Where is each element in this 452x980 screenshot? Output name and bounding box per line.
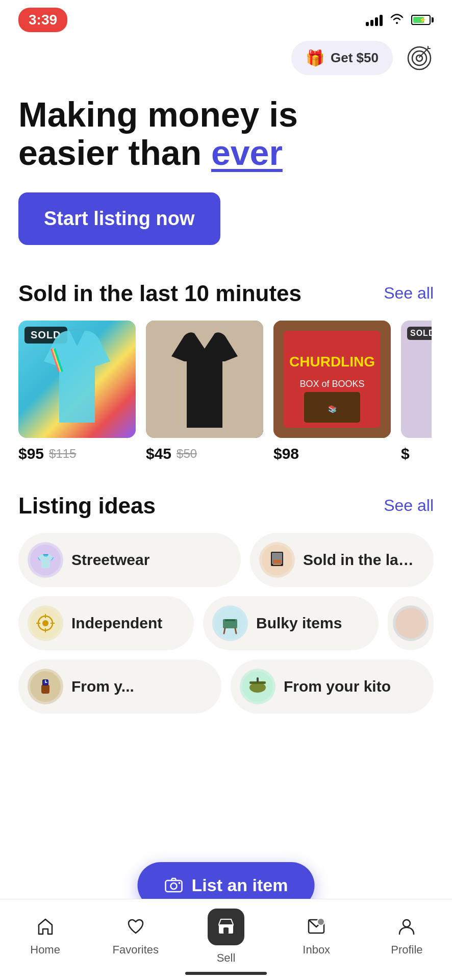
watch-icon bbox=[28, 669, 63, 704]
products-row: SOLD $95 $115 SOLD bbox=[18, 321, 434, 462]
nav-favorites-label: Favorites bbox=[113, 943, 159, 957]
battery-icon: ⚡ bbox=[411, 15, 434, 25]
hero-section: Making money is easier than ever Start l… bbox=[0, 85, 452, 265]
hero-highlight: ever bbox=[211, 133, 283, 172]
svg-point-50 bbox=[403, 920, 410, 927]
ideas-row-3: From y... From your kito bbox=[18, 659, 434, 714]
price-original: $50 bbox=[177, 447, 197, 461]
nav-profile-label: Profile bbox=[391, 943, 422, 957]
idea-pill-streetwear[interactable]: 👕 Streetwear bbox=[18, 533, 241, 587]
product-card-partial[interactable]: SOLD $ bbox=[401, 321, 432, 462]
svg-point-49 bbox=[317, 918, 324, 925]
svg-point-44 bbox=[171, 883, 177, 889]
idea-pill-sold10min[interactable]: Sold in the last 10 mi bbox=[250, 533, 434, 587]
sold-section-title: Sold in the last 10 minutes bbox=[18, 281, 302, 306]
price-current: $95 bbox=[18, 445, 44, 462]
camera-icon bbox=[164, 876, 184, 895]
store-icon bbox=[217, 917, 235, 937]
svg-point-22 bbox=[42, 620, 48, 626]
bottom-nav: Home Favorites Sell bbox=[0, 899, 452, 980]
product-image-books: SOLD CHURDLING BOX of BOOKS 📚 bbox=[273, 321, 391, 438]
svg-rect-34 bbox=[41, 684, 49, 694]
price-current: $45 bbox=[146, 445, 171, 462]
svg-point-1 bbox=[412, 51, 426, 65]
svg-text:📚: 📚 bbox=[328, 405, 337, 413]
bulky-label: Bulky items bbox=[256, 615, 342, 632]
product-card[interactable]: SOLD $95 $115 bbox=[18, 321, 136, 462]
wifi-icon bbox=[390, 13, 404, 27]
svg-rect-29 bbox=[225, 619, 235, 621]
status-icons: ⚡ bbox=[366, 13, 434, 27]
watch-label: From y... bbox=[71, 678, 134, 695]
product-card[interactable]: SOLD $45 $50 bbox=[146, 321, 263, 462]
independent-icon bbox=[28, 605, 63, 641]
person-icon bbox=[397, 917, 416, 939]
kitchen-label: From your kito bbox=[284, 678, 391, 695]
product-card[interactable]: SOLD CHURDLING BOX of BOOKS 📚 $98 bbox=[273, 321, 391, 462]
idea-pill-kitchen[interactable]: From your kito bbox=[231, 659, 434, 714]
get-50-button[interactable]: 🎁 Get $50 bbox=[291, 41, 393, 75]
idea-pill-watch[interactable]: From y... bbox=[18, 659, 221, 714]
idea-pill-bulky[interactable]: Bulky items bbox=[203, 596, 379, 650]
nav-favorites[interactable]: Favorites bbox=[90, 917, 181, 957]
target-icon[interactable] bbox=[405, 44, 434, 72]
extra-icon bbox=[393, 605, 429, 641]
product-image-onesie: SOLD bbox=[146, 321, 263, 438]
svg-rect-19 bbox=[273, 564, 281, 565]
svg-rect-47 bbox=[223, 927, 229, 934]
status-bar: 3:39 ⚡ bbox=[0, 0, 452, 36]
svg-rect-42 bbox=[257, 677, 259, 682]
svg-rect-18 bbox=[273, 560, 281, 563]
price-original: $115 bbox=[49, 447, 76, 461]
product-image-hoodie: SOLD bbox=[18, 321, 136, 438]
price-row: $45 $50 bbox=[146, 445, 263, 462]
listing-ideas-header: Listing ideas See all bbox=[18, 493, 434, 519]
get-50-label: Get $50 bbox=[331, 50, 379, 66]
independent-label: Independent bbox=[71, 615, 162, 632]
sold-section: Sold in the last 10 minutes See all SOLD bbox=[0, 265, 452, 478]
nav-profile[interactable]: Profile bbox=[362, 917, 452, 957]
sold-badge: SOLD bbox=[407, 327, 432, 340]
signal-bars-icon bbox=[366, 14, 383, 26]
hero-title: Making money is easier than ever bbox=[18, 95, 434, 172]
svg-line-30 bbox=[224, 628, 225, 633]
svg-point-45 bbox=[179, 882, 181, 884]
price-current: $ bbox=[401, 445, 410, 462]
price-current: $98 bbox=[273, 445, 299, 462]
svg-point-0 bbox=[408, 47, 431, 69]
price-row: $98 bbox=[273, 445, 391, 462]
sold-section-header: Sold in the last 10 minutes See all bbox=[18, 281, 434, 306]
idea-pill-extra[interactable] bbox=[388, 596, 434, 650]
listing-ideas-see-all[interactable]: See all bbox=[384, 496, 434, 515]
gift-icon: 🎁 bbox=[306, 49, 324, 67]
start-listing-button[interactable]: Start listing now bbox=[18, 192, 220, 245]
inbox-icon bbox=[307, 917, 326, 939]
bulky-icon bbox=[212, 605, 248, 641]
price-row: $ bbox=[401, 445, 432, 462]
home-indicator bbox=[185, 972, 267, 975]
sold-see-all[interactable]: See all bbox=[384, 284, 434, 303]
ideas-row-1: 👕 Streetwear S bbox=[18, 533, 434, 587]
svg-text:CHURDLING: CHURDLING bbox=[289, 354, 375, 370]
svg-line-31 bbox=[235, 628, 236, 633]
idea-pill-independent[interactable]: Independent bbox=[18, 596, 194, 650]
status-time: 3:39 bbox=[18, 8, 67, 32]
svg-point-2 bbox=[416, 55, 422, 61]
sold10min-icon bbox=[259, 542, 295, 578]
streetwear-icon: 👕 bbox=[28, 542, 63, 578]
nav-inbox[interactable]: Inbox bbox=[271, 917, 362, 957]
price-row: $95 $115 bbox=[18, 445, 136, 462]
svg-text:👕: 👕 bbox=[37, 553, 55, 570]
listing-ideas-section: Listing ideas See all 👕 Streetwear bbox=[0, 478, 452, 729]
fab-label: List an item bbox=[192, 875, 288, 895]
product-image-partial: SOLD bbox=[401, 321, 432, 438]
nav-sell-label: Sell bbox=[217, 951, 236, 965]
kitchen-icon bbox=[240, 669, 275, 704]
svg-point-32 bbox=[395, 608, 426, 639]
nav-home[interactable]: Home bbox=[0, 917, 90, 957]
listing-ideas-title: Listing ideas bbox=[18, 493, 156, 519]
sell-icon-wrap bbox=[208, 909, 244, 945]
heart-icon bbox=[126, 917, 145, 939]
nav-sell[interactable]: Sell bbox=[181, 909, 271, 965]
streetwear-label: Streetwear bbox=[71, 551, 149, 569]
